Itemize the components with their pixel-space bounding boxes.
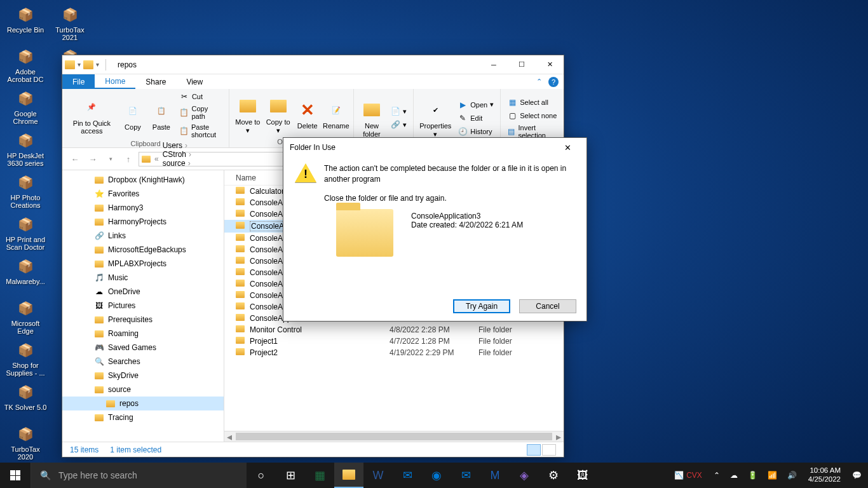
history-button[interactable]: 🕘History <box>455 125 496 138</box>
search-box[interactable]: 🔍 Type here to search <box>31 463 247 488</box>
desktop-icon[interactable]: 📦Adobe Acrobat DC <box>3 45 48 86</box>
nav-item[interactable]: Prerequisites <box>62 313 224 327</box>
onedrive-tray-icon[interactable]: ☁ <box>728 471 740 480</box>
tab-view[interactable]: View <box>176 74 213 89</box>
pin-to-quick-access-button[interactable]: 📌Pin to Quick access <box>66 95 118 135</box>
select-none-button[interactable]: ▢Select none <box>505 109 560 122</box>
search-placeholder: Type here to search <box>58 470 137 480</box>
nav-item[interactable]: MicrosoftEdgeBackups <box>62 243 224 257</box>
malwarebytes-icon[interactable]: M <box>480 463 510 488</box>
move-to-button[interactable]: Move to ▾ <box>233 94 262 133</box>
volume-icon[interactable]: 🔊 <box>785 471 799 480</box>
new-folder-button[interactable]: New folder <box>358 98 386 137</box>
back-button[interactable]: ← <box>67 151 83 166</box>
properties-button[interactable]: ✔Properties ▾ <box>417 98 453 137</box>
cortana-icon[interactable]: ○ <box>247 463 276 488</box>
photos-icon[interactable]: 🖼 <box>568 463 597 488</box>
paste-button[interactable]: 📋Paste <box>148 99 175 131</box>
nav-item[interactable]: Harmony3 <box>62 201 224 215</box>
cut-button[interactable]: ✂Cut <box>177 90 225 103</box>
copy-to-button[interactable]: Copy to ▾ <box>264 94 292 133</box>
desktop-icon[interactable]: 📦TurboTax 2020 <box>3 423 48 463</box>
recent-locations-button[interactable]: ▾ <box>103 151 118 166</box>
navigation-pane[interactable]: Dropbox (KnightHawk)⭐FavoritesHarmony3Ha… <box>62 170 224 442</box>
nav-item[interactable]: source <box>62 383 224 396</box>
paste-shortcut-button[interactable]: 📋Paste shortcut <box>177 122 225 140</box>
excel-icon[interactable]: ▦ <box>305 463 334 488</box>
battery-icon[interactable]: 🔋 <box>745 471 760 480</box>
large-icons-view-button[interactable] <box>542 444 556 456</box>
rename-button[interactable]: 📝Rename <box>323 98 349 130</box>
nav-item[interactable]: SkyDrive <box>62 369 224 383</box>
try-again-button[interactable]: Try Again <box>453 299 510 313</box>
nav-item[interactable]: MPLABXProjects <box>62 257 224 271</box>
nav-item[interactable]: 🖼Pictures <box>62 299 224 313</box>
breadcrumb-segment[interactable]: source › <box>163 159 191 168</box>
nav-item[interactable]: Tracing <box>62 410 224 424</box>
new-item-button[interactable]: 📄▾ <box>388 105 409 118</box>
desktop-icon[interactable]: 📦Recycle Bin <box>3 3 48 44</box>
file-explorer-icon[interactable] <box>334 463 363 488</box>
file-row[interactable]: Project24/19/2022 2:29 PMFile folder <box>224 347 564 358</box>
forward-button[interactable]: → <box>85 151 100 166</box>
desktop-icon[interactable]: 📦TurboTax 2021 <box>48 3 92 44</box>
settings-icon[interactable]: ⚙ <box>539 463 568 488</box>
word-icon[interactable]: W <box>363 463 393 488</box>
nav-item[interactable]: Dropbox (KnightHawk) <box>62 173 224 187</box>
desktop-icon[interactable]: 📦Microsoft Edge <box>3 297 48 337</box>
nav-item[interactable]: 🎮Saved Games <box>62 341 224 355</box>
desktop-icon[interactable]: 📦HP DeskJet 3630 series <box>3 129 48 170</box>
clock[interactable]: 10:06 AM 4/25/2022 <box>804 466 844 484</box>
desktop-icon[interactable]: 📦Malwareby... <box>3 255 48 295</box>
tab-share[interactable]: Share <box>135 74 176 89</box>
file-row[interactable]: Monitor Control4/8/2022 2:28 PMFile fold… <box>224 324 564 336</box>
nav-item[interactable]: ☁OneDrive <box>62 285 224 299</box>
desktop-icon[interactable]: 📦Google Chrome <box>3 87 48 128</box>
desktop-icon[interactable]: 📦TK Solver 5.0 <box>3 381 48 421</box>
close-button[interactable]: ✕ <box>536 55 564 74</box>
task-view-icon[interactable]: ⊞ <box>276 463 305 488</box>
desktop-icon[interactable]: 📦HP Photo Creations <box>3 171 48 212</box>
minimize-button[interactable]: ─ <box>480 55 508 74</box>
select-all-button[interactable]: ▦Select all <box>505 96 560 109</box>
nav-item[interactable]: 🎵Music <box>62 271 224 285</box>
stock-widget[interactable]: 📉CVX <box>670 471 706 480</box>
easy-access-button[interactable]: 🔗▾ <box>388 118 409 131</box>
nav-item[interactable]: 🔍Searches <box>62 355 224 369</box>
file-row[interactable]: Project14/7/2022 1:28 PMFile folder <box>224 336 564 347</box>
desktop-icon[interactable]: 📦HP Print and Scan Doctor <box>3 213 48 254</box>
outlook-icon[interactable]: ✉ <box>393 463 422 488</box>
up-button[interactable]: ↑ <box>121 151 136 166</box>
quick-access-dropdown-icon[interactable]: ▾ <box>78 61 81 68</box>
mail-icon[interactable]: ✉ <box>451 463 480 488</box>
start-button[interactable] <box>0 463 31 488</box>
help-icon[interactable]: ? <box>548 77 559 87</box>
cancel-button[interactable]: Cancel <box>519 299 576 313</box>
copy-button[interactable]: 📄Copy <box>119 99 146 131</box>
desktop-icon[interactable]: 📦Shop for Supplies - ... <box>3 339 48 379</box>
nav-item[interactable]: Roaming <box>62 327 224 341</box>
maximize-button[interactable]: ☐ <box>508 55 536 74</box>
edge-icon[interactable]: ◉ <box>422 463 451 488</box>
tab-home[interactable]: Home <box>95 74 135 89</box>
show-hidden-icons[interactable]: ⌃ <box>711 471 722 480</box>
horizontal-scrollbar[interactable]: ◂▸ <box>224 431 564 442</box>
notifications-icon[interactable]: 💬 <box>850 471 864 480</box>
nav-item[interactable]: 🔗Links <box>62 229 224 243</box>
tab-file[interactable]: File <box>62 74 95 89</box>
nav-item[interactable]: HarmonyProjects <box>62 215 224 229</box>
delete-button[interactable]: ✕Delete <box>294 98 321 130</box>
breadcrumb-segment[interactable]: Users › <box>163 141 191 150</box>
nav-item[interactable]: ⭐Favorites <box>62 187 224 201</box>
details-view-button[interactable] <box>527 444 541 456</box>
ribbon-collapse-icon[interactable]: ⌃ <box>536 78 542 86</box>
visual-studio-icon[interactable]: ◈ <box>510 463 539 488</box>
taskbar: 🔍 Type here to search ○ ⊞ ▦ W ✉ ◉ ✉ M ◈ … <box>0 463 868 488</box>
edit-button[interactable]: ✎Edit <box>455 112 496 125</box>
network-icon[interactable]: 📶 <box>765 471 780 480</box>
open-button[interactable]: ▶Open ▾ <box>455 98 496 111</box>
copy-path-button[interactable]: 📋Copy path <box>177 104 225 121</box>
breadcrumb-segment[interactable]: CStroh › <box>163 150 191 159</box>
nav-item[interactable]: repos <box>62 396 224 410</box>
dialog-close-button[interactable]: ✕ <box>555 139 580 156</box>
